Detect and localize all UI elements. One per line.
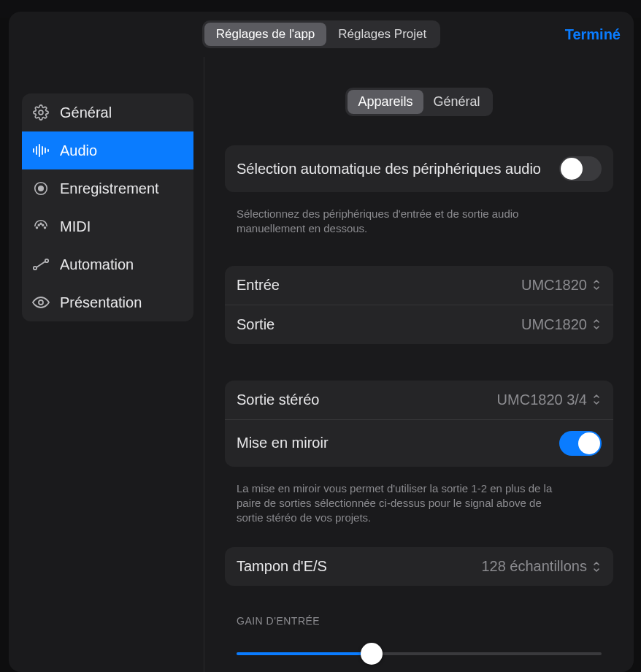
sidebar: Général Audio xyxy=(9,57,204,672)
tab-project-settings[interactable]: Réglages Projet xyxy=(326,23,438,46)
auto-select-panel: Sélection automatique des périphériques … xyxy=(225,145,613,192)
sidebar-item-label: Général xyxy=(60,104,112,121)
svg-point-9 xyxy=(37,227,38,229)
tab-app-settings[interactable]: Réglages de l'app xyxy=(204,23,327,46)
buffer-value: 128 échantillons xyxy=(481,558,587,575)
buffer-label: Tampon d'E/S xyxy=(237,558,327,575)
auto-select-label: Sélection automatique des périphériques … xyxy=(237,161,541,177)
dialog-header: Réglages de l'app Réglages Projet Termin… xyxy=(9,12,634,57)
input-row[interactable]: Entrée UMC1820 xyxy=(225,266,613,305)
auto-select-help: Sélectionnez des périphériques d'entrée … xyxy=(225,199,575,237)
stereo-output-label: Sortie stéréo xyxy=(237,392,319,408)
eye-icon xyxy=(32,294,50,311)
gain-section-title: GAIN D'ENTRÉE xyxy=(225,615,613,634)
subtab-general[interactable]: Général xyxy=(423,90,491,114)
settings-dialog: Réglages de l'app Réglages Projet Termin… xyxy=(9,12,634,672)
gain-slider[interactable] xyxy=(237,643,602,665)
mirror-toggle[interactable] xyxy=(559,431,602,456)
svg-point-13 xyxy=(40,223,42,224)
sub-tabs: Appareils Général xyxy=(345,88,492,116)
svg-point-0 xyxy=(39,110,43,115)
sidebar-item-midi[interactable]: MIDI xyxy=(22,207,193,245)
updown-icon xyxy=(591,393,602,406)
auto-select-toggle[interactable] xyxy=(559,156,602,181)
sidebar-item-automation[interactable]: Automation xyxy=(22,245,193,283)
svg-point-12 xyxy=(45,227,46,229)
sidebar-item-label: Enregistrement xyxy=(60,180,159,197)
output-row[interactable]: Sortie UMC1820 xyxy=(225,305,613,344)
sidebar-item-label: Automation xyxy=(60,256,134,273)
record-icon xyxy=(32,180,50,197)
svg-point-16 xyxy=(39,300,43,305)
svg-point-10 xyxy=(38,224,39,226)
output-label: Sortie xyxy=(237,316,275,333)
done-button[interactable]: Terminé xyxy=(565,26,621,43)
content-area: Appareils Général Sélection automatique … xyxy=(204,57,634,672)
svg-point-8 xyxy=(39,186,43,191)
gear-icon xyxy=(32,104,50,121)
updown-icon xyxy=(591,560,602,573)
buffer-row[interactable]: Tampon d'E/S 128 échantillons xyxy=(225,547,613,586)
sidebar-item-label: Présentation xyxy=(60,294,142,311)
midi-icon xyxy=(32,218,50,235)
input-value: UMC1820 xyxy=(521,277,587,294)
automation-icon xyxy=(32,256,50,273)
stereo-output-row[interactable]: Sortie stéréo UMC1820 3/4 xyxy=(225,381,613,419)
sidebar-item-label: Audio xyxy=(60,142,97,159)
output-value: UMC1820 xyxy=(521,316,587,333)
svg-point-11 xyxy=(42,224,44,226)
sidebar-item-label: MIDI xyxy=(60,218,91,235)
waveform-icon xyxy=(32,142,50,159)
input-label: Entrée xyxy=(237,277,280,294)
mirror-help: La mise en miroir vous permet d'utiliser… xyxy=(225,474,575,526)
buffer-panel: Tampon d'E/S 128 échantillons xyxy=(225,547,613,586)
sidebar-item-recording[interactable]: Enregistrement xyxy=(22,169,193,207)
stereo-panel: Sortie stéréo UMC1820 3/4 Mise en miroir xyxy=(225,381,613,467)
header-tabs: Réglages de l'app Réglages Projet xyxy=(202,20,441,48)
stereo-output-value: UMC1820 3/4 xyxy=(497,392,587,408)
sidebar-item-view[interactable]: Présentation xyxy=(22,283,193,321)
io-panel: Entrée UMC1820 Sortie UMC1820 xyxy=(225,266,613,344)
sidebar-item-audio[interactable]: Audio xyxy=(22,131,193,169)
updown-icon xyxy=(591,318,602,331)
subtab-devices[interactable]: Appareils xyxy=(348,90,423,114)
mirror-label: Mise en miroir xyxy=(237,435,329,451)
sidebar-item-general[interactable]: Général xyxy=(22,93,193,131)
updown-icon xyxy=(591,278,602,291)
